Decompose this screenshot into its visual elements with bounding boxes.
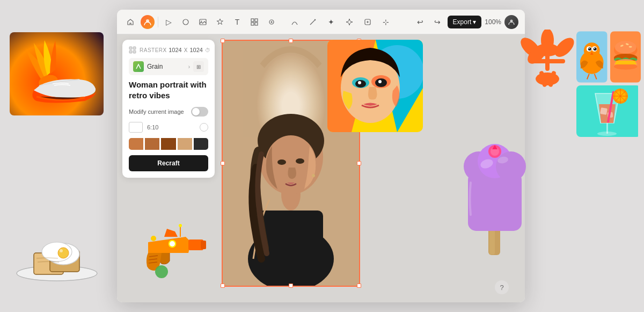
svg-point-9 [271, 21, 273, 23]
redo-button[interactable]: ↪ [430, 15, 444, 29]
grain-chevron: › [188, 64, 190, 70]
curve-tool[interactable] [288, 15, 302, 29]
stamp-tool[interactable] [265, 15, 279, 29]
modify-row: Modify current image [129, 107, 208, 117]
swatch-1[interactable] [129, 138, 143, 150]
export-chevron: ▾ [473, 18, 476, 26]
shapes-tool[interactable] [179, 15, 193, 29]
toolbar-center: ✦ ⊹ [282, 15, 399, 29]
export-button[interactable]: Export ▾ [448, 16, 482, 28]
swatch-2[interactable] [145, 138, 159, 150]
text-tool[interactable]: T [230, 15, 244, 29]
recraft-button[interactable]: Recraft [129, 155, 208, 171]
color-swatches [129, 138, 208, 150]
width-value: 1024 [169, 47, 181, 53]
toolbar: ▷ T [117, 10, 525, 34]
user-account[interactable] [504, 15, 518, 29]
right-items-panel [576, 31, 641, 137]
help-button[interactable]: ? [495, 280, 509, 294]
food-sketch-svg [10, 215, 104, 285]
handle-bottom-mid[interactable] [289, 284, 293, 288]
side-panel: RASTER X 1024 X 1024 ⏱ Grain [122, 40, 215, 178]
grain-filter-row[interactable]: Grain › ⊞ [129, 58, 208, 75]
ice-cream [457, 140, 532, 258]
svg-point-53 [170, 241, 175, 246]
svg-rect-104 [600, 107, 608, 115]
grain-label: Grain [147, 63, 163, 70]
sneaker-background [10, 32, 104, 115]
grain-right: › ⊞ [188, 61, 204, 72]
svg-point-1 [183, 19, 188, 25]
arrow-tool[interactable]: ▷ [162, 15, 175, 29]
dimension-row: X 1024 X 1024 ⏱ [163, 47, 210, 53]
aspect-label: 6:10 [147, 124, 200, 130]
zoom-level: 100% [485, 18, 501, 26]
handle-bottom-left[interactable] [221, 284, 225, 288]
svg-point-25 [312, 174, 315, 177]
magic-tool[interactable]: ✦ [324, 15, 338, 29]
svg-rect-18 [259, 211, 323, 275]
bird-svg [576, 31, 608, 83]
home-icon[interactable] [123, 15, 137, 29]
svg-point-99 [628, 46, 632, 48]
svg-rect-79 [530, 59, 565, 63]
svg-rect-48 [201, 241, 206, 249]
cute-bird-item [576, 31, 608, 83]
orange-icon-svg [517, 30, 579, 99]
modify-toggle[interactable] [191, 107, 208, 117]
handle-bottom-right[interactable] [357, 284, 361, 288]
ray-gun-svg [137, 223, 207, 282]
orange-decorative-icon [517, 30, 579, 99]
image-tool[interactable] [196, 15, 210, 29]
height-value: 1024 [189, 47, 202, 53]
food-sketch [10, 215, 104, 285]
toolbar-divider-1 [158, 17, 158, 27]
frame-tool[interactable] [247, 15, 261, 29]
undo-button[interactable]: ↩ [413, 15, 427, 29]
svg-point-3 [201, 20, 202, 21]
svg-point-24 [296, 158, 304, 164]
swatch-5[interactable] [194, 138, 208, 150]
svg-rect-5 [255, 19, 258, 21]
svg-point-84 [584, 42, 600, 59]
cocktail-item [576, 85, 641, 137]
filter-icon[interactable]: ⊞ [193, 61, 204, 72]
svg-rect-15 [129, 50, 132, 53]
svg-marker-10 [346, 19, 353, 25]
wand-tool[interactable] [342, 15, 356, 29]
svg-point-54 [155, 265, 168, 278]
aspect-row: 6:10 [129, 122, 208, 133]
svg-rect-13 [129, 47, 132, 49]
star-tool[interactable] [213, 15, 227, 29]
svg-rect-4 [251, 19, 254, 21]
aspect-circle[interactable] [200, 123, 208, 132]
sneaker-image [10, 32, 104, 115]
swatch-4[interactable] [178, 138, 192, 150]
svg-point-90 [594, 48, 595, 49]
toolbar-left: ▷ T [123, 15, 279, 29]
handle-top-left[interactable] [221, 39, 225, 43]
user-avatar[interactable] [141, 15, 155, 29]
burger-svg [610, 31, 641, 83]
svg-point-55 [151, 236, 156, 241]
svg-rect-6 [251, 23, 254, 25]
handle-left-mid[interactable] [221, 161, 225, 165]
svg-point-114 [597, 132, 617, 136]
svg-point-87 [588, 47, 591, 50]
aspect-box [129, 122, 143, 133]
pen-tool[interactable] [306, 15, 320, 29]
sneaker-svg [10, 32, 104, 115]
x-label: X [163, 47, 167, 53]
handle-top-mid[interactable] [289, 39, 293, 43]
svg-point-23 [277, 159, 286, 165]
move-tool[interactable]: ⊹ [379, 15, 393, 29]
svg-point-64 [496, 151, 526, 182]
burger-item [610, 31, 641, 83]
swatch-3[interactable] [161, 138, 175, 150]
handle-right-mid[interactable] [357, 161, 361, 165]
svg-rect-14 [133, 47, 136, 49]
x-sep: X [184, 47, 188, 53]
ai-tool[interactable] [361, 15, 375, 29]
grain-left: Grain [133, 61, 163, 72]
colorful-portrait [327, 40, 423, 132]
